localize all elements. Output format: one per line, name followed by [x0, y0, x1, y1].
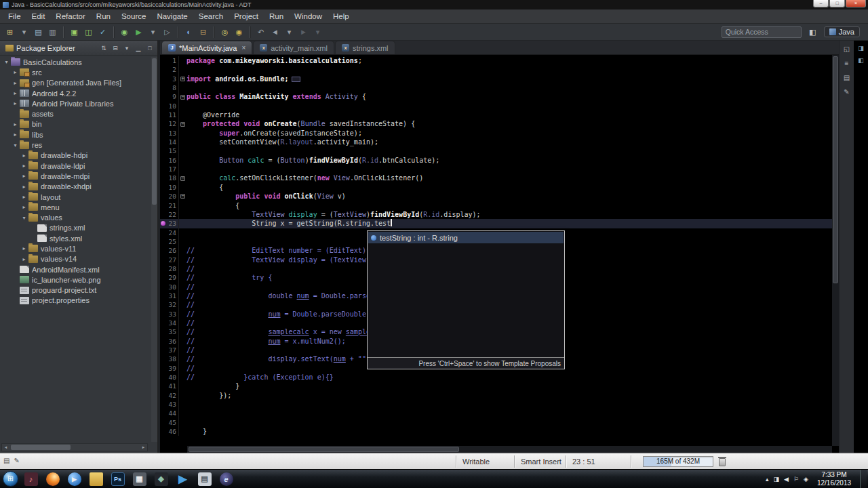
split-editor-icon[interactable]: ◧ [856, 56, 865, 64]
breakpoint-margin[interactable] [160, 409, 166, 418]
code-line-text[interactable]: calc.setOnClickListener(new View.OnClick… [186, 174, 832, 182]
lint-icon[interactable]: ✓ [96, 26, 109, 39]
taskbar-wmp-icon[interactable]: ▶ [66, 471, 83, 487]
quick-access-input[interactable]: Quick Access [722, 26, 802, 38]
code-line-text[interactable]: TextView display = (TextView)findViewByI… [186, 210, 832, 219]
fold-margin[interactable] [179, 382, 186, 390]
fold-margin[interactable]: − [179, 119, 186, 128]
breakpoint-margin[interactable] [160, 201, 166, 210]
breakpoint-margin[interactable] [160, 56, 166, 65]
fold-margin[interactable] [179, 110, 186, 119]
taskbar-clock[interactable]: 7:33 PM 12/16/2013 [813, 471, 855, 487]
taskbar-notes-icon[interactable]: ▤ [196, 471, 213, 487]
code-line-text[interactable]: public class MainActivity extends Activi… [186, 92, 832, 101]
avd-manager-icon[interactable]: ◫ [82, 26, 95, 39]
minimize-view-icon[interactable]: ▁ [134, 43, 143, 53]
menu-run[interactable]: Run [91, 9, 116, 23]
tree-item-values[interactable]: ▾values [0, 212, 151, 222]
taskbar-tools-icon[interactable]: ▦ [131, 471, 148, 487]
show-desktop-button[interactable] [860, 470, 867, 488]
open-element-icon[interactable]: ◎ [218, 26, 231, 39]
taskbar-photoshop-icon[interactable]: Ps [109, 471, 126, 487]
breakpoint-margin[interactable] [160, 246, 166, 255]
editor-list-icon[interactable]: ◨ [856, 43, 865, 52]
view-menu-icon[interactable]: ▾ [122, 43, 132, 53]
menu-search[interactable]: Search [193, 9, 229, 23]
debug-icon[interactable]: ◉ [118, 26, 131, 39]
fold-margin[interactable] [179, 291, 186, 300]
fold-margin[interactable]: − [179, 192, 186, 201]
task-list-icon[interactable]: ▤ [842, 73, 852, 83]
tree-item-assets[interactable]: assets [0, 108, 151, 119]
tree-collapsed-arrow-icon[interactable]: ▸ [20, 194, 28, 200]
menu-help[interactable]: Help [328, 9, 355, 23]
menu-navigate[interactable]: Navigate [151, 9, 193, 23]
tree-item-gen-generated-java-files[interactable]: ▸gen [Generated Java Files] [0, 78, 151, 88]
print-icon[interactable]: ▥ [46, 26, 59, 39]
breakpoint-margin[interactable] [160, 219, 166, 228]
code-line-text[interactable] [186, 418, 832, 427]
menu-project[interactable]: Project [229, 9, 264, 23]
tab-strings-xml[interactable]: xstrings.xml [335, 41, 395, 54]
fold-margin[interactable] [179, 409, 186, 418]
tree-item-android-private-libraries[interactable]: ▸Android Private Libraries [0, 98, 151, 108]
taskbar-media-icon[interactable]: ♪ [22, 471, 39, 487]
breakpoint-margin[interactable] [160, 165, 166, 174]
editor-vscrollbar[interactable] [832, 55, 839, 446]
forward-dropdown-icon[interactable]: ▾ [311, 26, 324, 39]
run-dropdown-icon[interactable]: ▾ [146, 26, 159, 39]
fold-expanded-icon[interactable]: − [180, 194, 185, 199]
tree-item-bin[interactable]: ▸bin [0, 119, 151, 129]
forward-icon[interactable]: ► [297, 26, 310, 39]
code-line-text[interactable]: } [186, 382, 832, 390]
breakpoint-margin[interactable] [160, 400, 166, 409]
code-line-text[interactable] [186, 146, 832, 155]
breakpoint-margin[interactable] [160, 146, 166, 155]
fold-margin[interactable] [179, 56, 186, 65]
fold-margin[interactable] [179, 400, 186, 409]
package-explorer-hscrollbar[interactable]: ◂ ▸ [1, 443, 148, 451]
fold-margin[interactable] [179, 418, 186, 427]
maximize-button[interactable]: □ [829, 0, 845, 7]
code-line-text[interactable]: Button calc = (Button)findViewById(R.id.… [186, 156, 832, 165]
fold-margin[interactable] [179, 337, 186, 346]
collapsed-region-icon[interactable] [292, 77, 300, 82]
fold-margin[interactable]: − [179, 174, 186, 182]
code-line-text[interactable]: }); [186, 391, 832, 400]
code-line-text[interactable]: @Override [186, 110, 832, 119]
code-line-text[interactable]: String x = getString(R.string.test [186, 219, 832, 228]
code-line-text[interactable]: import android.os.Bundle; [186, 75, 832, 83]
fold-margin[interactable] [179, 129, 186, 138]
menu-refactor[interactable]: Refactor [50, 9, 90, 23]
breakpoint-margin[interactable] [160, 300, 166, 309]
scroll-left-icon[interactable]: ◂ [2, 444, 9, 451]
tab-close-icon[interactable]: × [241, 44, 245, 52]
breakpoint-margin[interactable] [160, 327, 166, 336]
network-icon[interactable]: ◨ [774, 476, 780, 483]
fold-margin[interactable]: + [179, 75, 186, 83]
back-dropdown-icon[interactable]: ▾ [283, 26, 296, 39]
breakpoint-margin[interactable] [160, 354, 166, 363]
tree-item-proguard-project-txt[interactable]: proguard-project.txt [0, 285, 151, 296]
tree-item-src[interactable]: ▸src [0, 67, 151, 77]
breakpoint-margin[interactable] [160, 65, 166, 74]
external-tools-icon[interactable]: ▷ [161, 26, 174, 39]
focus-icon[interactable]: ⇅ [99, 43, 108, 53]
fold-margin[interactable] [179, 183, 186, 192]
breakpoint-margin[interactable] [160, 264, 166, 273]
start-button[interactable]: ⊞ [3, 471, 18, 487]
tree-collapsed-arrow-icon[interactable]: ▸ [12, 121, 19, 127]
fold-margin[interactable] [179, 310, 186, 319]
tree-collapsed-arrow-icon[interactable]: ▸ [20, 184, 28, 190]
fold-expanded-icon[interactable]: − [180, 95, 185, 100]
fold-expanded-icon[interactable]: − [180, 176, 185, 181]
code-line-text[interactable] [186, 165, 832, 174]
fold-margin[interactable] [179, 65, 186, 74]
tree-collapsed-arrow-icon[interactable]: ▸ [20, 173, 28, 179]
tree-item-values-v11[interactable]: ▸values-v11 [0, 243, 151, 253]
breakpoint-margin[interactable] [160, 346, 166, 354]
tree-item-layout[interactable]: ▸layout [0, 192, 151, 202]
breakpoint-margin[interactable] [160, 256, 166, 264]
breakpoint-margin[interactable] [160, 391, 166, 400]
tree-collapsed-arrow-icon[interactable]: ▸ [20, 204, 28, 210]
